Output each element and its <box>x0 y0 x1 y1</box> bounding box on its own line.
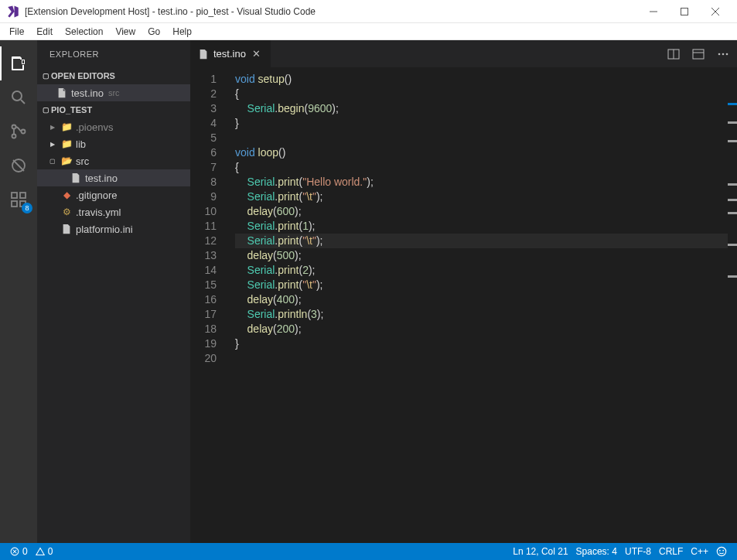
status-feedback[interactable] <box>712 543 731 560</box>
window-title: [Extension Development Host] - test.ino … <box>25 6 638 17</box>
activity-bar: 8 <box>0 40 37 543</box>
editor-layout-button[interactable] <box>689 45 708 63</box>
svg-point-26 <box>719 550 721 551</box>
svg-point-8 <box>22 130 26 134</box>
editor-tabs: test.ino ✕ <box>190 40 737 67</box>
chevron-right-icon: ▶ <box>48 124 57 131</box>
split-editor-button[interactable] <box>664 45 683 63</box>
svg-rect-14 <box>20 193 26 198</box>
code-editor[interactable]: 1234567891011121314151617181920 void set… <box>190 67 737 543</box>
chevron-down-icon: ▢ <box>48 158 57 165</box>
svg-point-19 <box>718 53 721 55</box>
editor-area: test.ino ✕ 12345678910111213141516171819… <box>190 40 737 543</box>
tree-file-testino[interactable]: test.ino <box>37 169 190 186</box>
status-eol[interactable]: CRLF <box>655 543 687 560</box>
chevron-right-icon: ▶ <box>48 141 57 148</box>
open-editor-name: test.ino <box>71 87 104 99</box>
svg-rect-11 <box>12 193 17 198</box>
travis-icon: ⚙ <box>60 206 73 218</box>
overview-mark <box>728 103 737 105</box>
svg-point-21 <box>726 53 728 55</box>
activity-extensions[interactable]: 8 <box>0 183 37 217</box>
file-icon <box>70 172 82 184</box>
chevron-down-icon: ▢ <box>40 72 51 80</box>
maximize-button[interactable] <box>669 1 700 22</box>
window-controls <box>638 1 731 22</box>
menu-edit[interactable]: Edit <box>30 25 59 39</box>
status-language[interactable]: C++ <box>687 543 712 560</box>
close-button[interactable] <box>700 1 731 22</box>
git-icon: ◆ <box>60 189 73 201</box>
tab-label: test.ino <box>213 48 246 60</box>
tree-folder-lib[interactable]: ▶ 📁 lib <box>37 135 190 152</box>
tree-folder-pioenvs[interactable]: ▶ 📁 .pioenvs <box>37 118 190 135</box>
status-encoding[interactable]: UTF-8 <box>621 543 655 560</box>
status-indent[interactable]: Spaces: 4 <box>572 543 621 560</box>
project-header[interactable]: ▢ PIO_TEST <box>37 101 190 118</box>
chevron-down-icon: ▢ <box>40 106 51 114</box>
tree-folder-src[interactable]: ▢ 📂 src <box>37 152 190 169</box>
svg-line-5 <box>21 100 25 104</box>
svg-point-25 <box>717 547 725 555</box>
folder-open-icon: 📂 <box>60 155 73 167</box>
svg-line-10 <box>13 160 24 171</box>
open-editors-header[interactable]: ▢ OPEN EDITORS <box>37 67 190 84</box>
status-warnings[interactable]: 0 <box>32 543 57 560</box>
tree-file-gitignore[interactable]: ◆ .gitignore <box>37 186 190 203</box>
overview-mark <box>728 121 737 124</box>
activity-debug[interactable] <box>0 149 37 183</box>
code-content[interactable]: void setup(){ Serial.begin(9600);}void l… <box>226 67 737 543</box>
close-icon[interactable]: ✕ <box>251 48 263 60</box>
more-actions-button[interactable] <box>714 45 732 63</box>
project-label: PIO_TEST <box>51 105 92 114</box>
window-titlebar: [Extension Development Host] - test.ino … <box>0 0 737 23</box>
sidebar-title: EXPLORER <box>37 40 190 67</box>
menu-selection[interactable]: Selection <box>59 25 109 39</box>
menu-file[interactable]: File <box>3 25 30 39</box>
svg-rect-17 <box>693 50 704 59</box>
tab-testino[interactable]: test.ino ✕ <box>190 40 271 67</box>
file-icon <box>198 49 209 60</box>
menu-go[interactable]: Go <box>142 25 166 39</box>
status-cursor[interactable]: Ln 12, Col 21 <box>509 543 572 560</box>
svg-point-7 <box>12 135 16 138</box>
activity-search[interactable] <box>0 80 37 114</box>
menu-help[interactable]: Help <box>166 25 198 39</box>
sidebar-explorer: EXPLORER ▢ OPEN EDITORS test.ino src ▢ P… <box>37 40 190 543</box>
open-editor-item[interactable]: test.ino src <box>37 84 190 101</box>
folder-icon: 📁 <box>60 121 73 133</box>
svg-rect-12 <box>12 201 17 207</box>
svg-point-27 <box>722 550 724 551</box>
open-editors-label: OPEN EDITORS <box>51 71 115 80</box>
activity-scm[interactable] <box>0 114 37 149</box>
line-gutter: 1234567891011121314151617181920 <box>190 67 226 543</box>
scrollbar-track[interactable] <box>728 67 737 543</box>
tree-file-travis[interactable]: ⚙ .travis.yml <box>37 203 190 220</box>
statusbar: 0 0 Ln 12, Col 21 Spaces: 4 UTF-8 CRLF C… <box>0 543 737 560</box>
svg-point-4 <box>12 91 22 101</box>
file-icon <box>60 223 73 235</box>
activity-explorer[interactable] <box>0 46 37 80</box>
svg-point-6 <box>12 125 16 129</box>
svg-rect-1 <box>681 8 688 15</box>
svg-point-20 <box>722 53 725 55</box>
menubar: FileEditSelectionViewGoHelp <box>0 23 737 40</box>
open-editor-desc: src <box>108 88 120 97</box>
extensions-badge: 8 <box>22 203 32 213</box>
minimize-button[interactable] <box>638 1 669 22</box>
menu-view[interactable]: View <box>109 25 142 39</box>
folder-icon: 📁 <box>60 138 73 150</box>
tree-file-platformio[interactable]: platformio.ini <box>37 220 190 237</box>
file-icon <box>56 87 68 99</box>
vscode-logo-icon <box>6 5 20 19</box>
status-errors[interactable]: 0 <box>6 543 32 560</box>
